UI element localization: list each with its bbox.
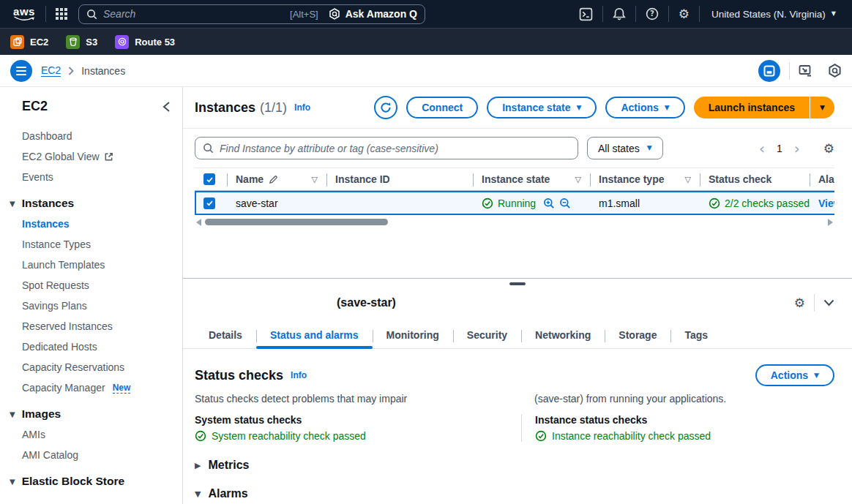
next-page-icon[interactable]: › <box>790 140 804 157</box>
sidebar-item-capacity-manager[interactable]: Capacity Manager New <box>0 377 182 398</box>
chevron-down-icon: ▼ <box>647 145 652 151</box>
sidebar-title: EC2 <box>22 99 48 114</box>
prev-page-icon[interactable]: ‹ <box>755 140 769 157</box>
launch-instances-button[interactable]: Launch instances <box>694 97 810 119</box>
sidebar: EC2 Dashboard EC2 Global View Events ▼ I… <box>0 87 183 504</box>
ask-amazon-q-button[interactable]: Ask Amazon Q <box>329 8 417 20</box>
sidebar-section-images[interactable]: ▼ Images <box>0 407 182 421</box>
sidebar-item-savings-plans[interactable]: Savings Plans <box>0 296 182 316</box>
hamburger-menu-icon[interactable] <box>10 60 32 82</box>
check-circle-icon <box>709 198 720 209</box>
breadcrumb-chevron-icon <box>68 67 74 75</box>
instance-state-button[interactable]: Instance state ▼ <box>487 97 597 119</box>
region-selector[interactable]: United States (N. Virginia) ▼ <box>700 9 840 20</box>
tab-security[interactable]: Security <box>453 324 521 348</box>
sidebar-item-launch-templates[interactable]: Launch Templates <box>0 255 182 275</box>
sidebar-item-reserved-instances[interactable]: Reserved Instances <box>0 316 182 336</box>
column-header-instance-state[interactable]: Instance state ▽ <box>473 168 590 190</box>
sidebar-item-instances[interactable]: Instances <box>0 214 182 234</box>
check-circle-icon <box>535 430 547 442</box>
topbar-divider <box>45 6 46 22</box>
notifications-bell-icon[interactable] <box>603 5 635 23</box>
favorite-route53[interactable]: Route 53 <box>115 35 175 49</box>
split-panel-drag-handle[interactable] <box>509 282 526 285</box>
panel-preferences-gear-icon[interactable]: ⚙ <box>794 296 805 310</box>
cloudshell-icon[interactable] <box>569 5 602 23</box>
sidebar-item-ami-catalog[interactable]: AMI Catalog <box>0 445 182 465</box>
help-icon[interactable]: ? <box>636 5 668 23</box>
status-checks-title: Status checks <box>195 368 283 383</box>
info-link[interactable]: Info <box>291 370 307 380</box>
sidebar-collapse-icon[interactable] <box>162 101 171 113</box>
info-link[interactable]: Info <box>294 102 310 113</box>
actions-button[interactable]: Actions ▼ <box>605 97 684 119</box>
metrics-expander[interactable]: ▶ Metrics <box>195 459 834 472</box>
state-filter-select[interactable]: All states ▼ <box>587 137 663 159</box>
page-number[interactable]: 1 <box>772 143 787 154</box>
tab-networking[interactable]: Networking <box>521 324 605 348</box>
settings-gear-icon[interactable]: ⚙ <box>669 5 699 23</box>
global-search-bar[interactable]: [Alt+S] Ask Amazon Q <box>78 4 425 24</box>
tab-monitoring[interactable]: Monitoring <box>373 324 453 348</box>
status-actions-button[interactable]: Actions ▼ <box>755 364 834 386</box>
zoom-in-icon[interactable] <box>543 198 555 209</box>
column-header-name[interactable]: Name ▽ <box>227 168 326 190</box>
alarms-expander[interactable]: ▼ Alarms <box>195 487 834 500</box>
breadcrumb-service-link[interactable]: EC2 <box>41 64 61 77</box>
external-link-icon <box>104 152 113 162</box>
column-header-alarm-status[interactable]: Alarm status <box>810 168 834 190</box>
search-input[interactable] <box>103 8 290 20</box>
table-preferences-gear-icon[interactable]: ⚙ <box>823 141 834 156</box>
sidebar-item-instance-types[interactable]: Instance Types <box>0 234 182 255</box>
column-header-status-check[interactable]: Status check <box>700 168 810 190</box>
view-alarms-link[interactable]: View alarms <box>818 198 834 209</box>
search-icon <box>203 143 214 154</box>
column-header-instance-id[interactable]: Instance ID <box>326 168 473 190</box>
instance-count: (1/1) <box>260 100 287 116</box>
panel-tabs: Details Status and alarms Monitoring Sec… <box>183 324 852 349</box>
sidebar-item-capacity-reservations[interactable]: Capacity Reservations <box>0 357 182 377</box>
section-caret-icon: ▼ <box>10 478 15 486</box>
tab-details[interactable]: Details <box>195 324 256 348</box>
apps-grid-icon[interactable] <box>55 7 68 20</box>
favorite-ec2[interactable]: EC2 <box>10 35 48 49</box>
description-left: Status checks detect problems that may i… <box>195 393 521 405</box>
table-row[interactable]: save-star Running m1.small <box>195 191 834 215</box>
launch-instances-dropdown-icon[interactable]: ▼ <box>810 97 834 119</box>
sidebar-section-elastic-block-store[interactable]: ▼ Elastic Block Store <box>0 475 182 488</box>
tab-status-and-alarms[interactable]: Status and alarms <box>256 324 373 348</box>
favorite-label: S3 <box>86 37 97 48</box>
aws-logo[interactable]: aws <box>12 7 37 21</box>
sidebar-section-instances[interactable]: ▼ Instances <box>0 197 182 210</box>
tab-storage[interactable]: Storage <box>605 324 670 348</box>
sidebar-item-events[interactable]: Events <box>0 167 182 187</box>
chevron-down-icon: ▼ <box>814 372 819 379</box>
check-circle-icon <box>195 430 206 442</box>
connect-button[interactable]: Connect <box>406 97 478 119</box>
amazon-q-panel-icon[interactable] <box>828 64 842 78</box>
sort-icon: ▽ <box>312 175 318 184</box>
row-checkbox[interactable] <box>203 198 215 209</box>
sidebar-item-ec2-global-view[interactable]: EC2 Global View <box>0 146 182 167</box>
sidebar-item-spot-requests[interactable]: Spot Requests <box>0 275 182 296</box>
scroll-right-icon[interactable] <box>828 219 833 226</box>
favorite-s3[interactable]: S3 <box>66 35 97 49</box>
sidebar-item-dashboard[interactable]: Dashboard <box>0 126 182 146</box>
instance-filter-input[interactable] <box>220 143 570 154</box>
favorite-label: EC2 <box>30 37 48 48</box>
caret-right-icon: ▶ <box>195 461 201 470</box>
aws-smile-icon <box>13 16 35 21</box>
column-header-instance-type[interactable]: Instance type ▽ <box>590 168 700 190</box>
zoom-out-icon[interactable] <box>559 198 571 209</box>
tab-tags[interactable]: Tags <box>670 324 722 348</box>
refresh-button[interactable] <box>374 96 397 119</box>
instance-filter-field[interactable] <box>195 137 578 159</box>
split-panel-toggle-icon[interactable] <box>758 60 780 82</box>
sidebar-item-amis[interactable]: AMIs <box>0 424 182 445</box>
sidebar-item-dedicated-hosts[interactable]: Dedicated Hosts <box>0 336 182 357</box>
select-all-checkbox[interactable] <box>203 173 215 185</box>
scrollbar-thumb[interactable] <box>205 219 388 225</box>
scroll-left-icon[interactable] <box>196 219 201 226</box>
screen-share-icon[interactable] <box>799 64 813 78</box>
panel-collapse-chevron-icon[interactable] <box>823 299 834 306</box>
